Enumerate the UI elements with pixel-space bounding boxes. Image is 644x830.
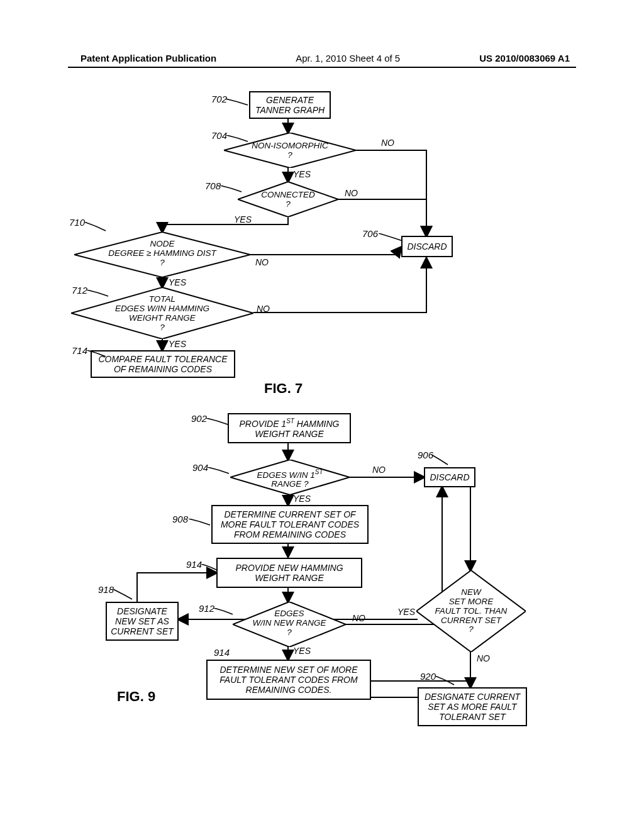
header-center: Apr. 1, 2010 Sheet 4 of 5 xyxy=(296,53,400,64)
leader-906 xyxy=(431,455,450,467)
box-label: PROVIDE NEW HAMMINGWEIGHT RANGE xyxy=(235,563,343,583)
box-compare-fault-tolerance: COMPARE FAULT TOLERANCEOF REMAINING CODE… xyxy=(91,350,235,378)
box-provide-new-hamming: PROVIDE NEW HAMMINGWEIGHT RANGE xyxy=(216,558,362,588)
leader-904 xyxy=(208,467,230,476)
label-no: NO xyxy=(352,613,365,623)
box-discard-9: DISCARD xyxy=(424,467,475,487)
diamond-node-degree: NODEDEGREE ≥ HAMMING DIST? xyxy=(74,232,250,277)
ref-704: 704 xyxy=(211,130,227,141)
diamond-new-set-more: NEWSET MOREFAULT TOL. THANCURRENT SET? xyxy=(416,570,526,652)
header-right: US 2010/0083069 A1 xyxy=(479,53,570,64)
ref-714: 714 xyxy=(72,345,87,356)
diamond-connected: CONNECTED? xyxy=(238,182,338,217)
diamond-label: NEWSET MOREFAULT TOL. THANCURRENT SET? xyxy=(416,588,526,634)
box-determine-current-set: DETERMINE CURRENT SET OFMORE FAULT TOLER… xyxy=(211,505,369,544)
label-no: NO xyxy=(257,304,270,314)
leader-912 xyxy=(214,608,235,617)
label-no: NO xyxy=(372,465,386,475)
box-label: DESIGNATENEW SET ASCURRENT SET xyxy=(111,606,174,636)
box-label: GENERATETANNER GRAPH xyxy=(255,95,325,115)
box-label: DESIGNATE CURRENTSET AS MORE FAULTTOLERA… xyxy=(425,692,520,722)
box-designate-current-set: DESIGNATE CURRENTSET AS MORE FAULTTOLERA… xyxy=(418,687,527,726)
leader-918 xyxy=(113,589,135,602)
leader-702 xyxy=(225,99,249,108)
leader-914a xyxy=(201,564,220,573)
leader-714 xyxy=(87,350,108,359)
ref-908: 908 xyxy=(172,514,188,524)
leader-920 xyxy=(435,676,457,687)
diamond-label: NODEDEGREE ≥ HAMMING DIST? xyxy=(74,240,250,268)
box-designate-new-set: DESIGNATENEW SET ASCURRENT SET xyxy=(106,602,179,641)
box-label: COMPARE FAULT TOLERANCEOF REMAINING CODE… xyxy=(98,354,227,374)
diamond-edges-1st-range: EDGES W/IN 1STRANGE ? xyxy=(230,460,350,495)
ref-920: 920 xyxy=(420,671,436,682)
header-rule xyxy=(68,67,576,68)
ref-912: 912 xyxy=(199,603,214,614)
box-determine-new-set: DETERMINE NEW SET OF MOREFAULT TOLERANT … xyxy=(206,660,371,700)
box-label: PROVIDE 1ST HAMMINGWEIGHT RANGE xyxy=(239,418,339,439)
ref-712: 712 xyxy=(72,285,87,296)
ref-706: 706 xyxy=(362,228,378,239)
box-discard-7: DISCARD xyxy=(401,236,453,257)
ref-914a: 914 xyxy=(186,559,202,570)
box-label: DETERMINE CURRENT SET OFMORE FAULT TOLER… xyxy=(221,509,359,540)
page-header: Patent Application Publication Apr. 1, 2… xyxy=(0,53,644,64)
ref-708: 708 xyxy=(205,180,221,191)
ref-904: 904 xyxy=(192,462,208,473)
box-label: DISCARD xyxy=(430,472,469,482)
ref-914b: 914 xyxy=(214,647,230,658)
box-provide-1st-hamming: PROVIDE 1ST HAMMINGWEIGHT RANGE xyxy=(228,413,351,443)
header-left: Patent Application Publication xyxy=(80,53,216,64)
leader-712 xyxy=(87,290,109,299)
box-label: DISCARD xyxy=(407,241,447,252)
diamond-edges-new-range: EDGESW/IN NEW RANGE? xyxy=(233,602,346,647)
label-yes: YES xyxy=(169,339,186,349)
diamond-label: NON-ISOMORPHIC? xyxy=(224,141,356,160)
leader-902 xyxy=(206,418,229,427)
label-no: NO xyxy=(345,188,358,198)
diamond-label: EDGESW/IN NEW RANGE? xyxy=(233,609,346,638)
label-yes: YES xyxy=(293,494,311,504)
leader-908 xyxy=(189,519,213,528)
figure-7-label: FIG. 7 xyxy=(264,380,303,397)
label-yes: YES xyxy=(293,169,311,179)
leader-710 xyxy=(84,222,107,233)
label-yes: YES xyxy=(234,214,252,224)
ref-710: 710 xyxy=(69,217,85,228)
label-yes: YES xyxy=(397,607,415,617)
leader-708 xyxy=(220,185,243,194)
label-yes: YES xyxy=(293,646,311,656)
box-label: DETERMINE NEW SET OF MOREFAULT TOLERANT … xyxy=(219,665,357,695)
ref-902: 902 xyxy=(191,413,207,424)
diagram-canvas: GENERATETANNER GRAPH 702 NON-ISOMORPHIC?… xyxy=(68,85,576,768)
label-no: NO xyxy=(381,138,394,148)
leader-704 xyxy=(226,135,249,144)
label-yes: YES xyxy=(169,277,186,287)
label-no: NO xyxy=(477,653,490,663)
figure-9-label: FIG. 9 xyxy=(117,689,155,705)
leader-706 xyxy=(379,233,404,243)
diamond-label: CONNECTED? xyxy=(238,191,338,209)
label-no: NO xyxy=(255,257,269,267)
box-generate-tanner-graph: GENERATETANNER GRAPH xyxy=(249,91,331,119)
diamond-label: TOTALEDGES W/IN HAMMINGWEIGHT RANGE? xyxy=(71,295,253,332)
ref-918: 918 xyxy=(98,584,114,595)
